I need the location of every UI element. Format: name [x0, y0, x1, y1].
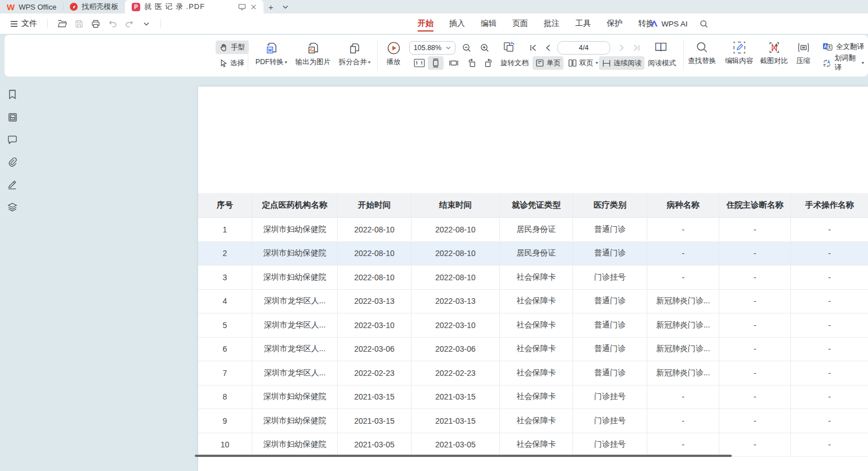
table-cell: 2022-03-10 [338, 313, 411, 337]
open-file-icon[interactable] [55, 17, 69, 30]
table-cell: 深圳市龙华区人... [252, 361, 338, 385]
first-page-button[interactable] [527, 41, 539, 55]
full-text-translate-icon [822, 42, 833, 51]
full-text-translate-button[interactable]: 全文翻译 [818, 40, 868, 53]
compress-button[interactable]: 压缩 [790, 41, 816, 66]
table-cell: 2022-02-23 [411, 361, 500, 385]
table-cell: 序号 [198, 193, 252, 217]
search-icon[interactable] [697, 17, 712, 30]
menu-tab-开始[interactable]: 开始 [412, 15, 439, 33]
tab-wps-office[interactable]: W WPS Office [0, 0, 63, 14]
menu-tab-编辑[interactable]: 编辑 [475, 15, 502, 33]
table-body: 1深圳市妇幼保健院2022-08-102022-08-10居民身份证普通门诊--… [198, 218, 868, 457]
table-cell: - [647, 266, 719, 289]
table-cell: - [647, 385, 719, 409]
export-image-button[interactable]: 输出为图片 [293, 41, 333, 67]
double-page-button[interactable]: 双页 ▾ [565, 56, 601, 70]
annotate-pen-icon[interactable] [7, 179, 18, 190]
save-icon[interactable] [71, 17, 86, 30]
rotate-right-button[interactable] [481, 56, 496, 70]
rotate-left-button[interactable] [464, 56, 480, 70]
table-row: 2深圳市妇幼保健院2022-08-102022-08-10居民身份证普通门诊--… [198, 242, 868, 266]
rotate-doc-label[interactable]: 旋转文档 [498, 56, 531, 70]
document-title: 就 医 记 录 .PDF [144, 2, 231, 12]
continuous-read-button[interactable]: 连续阅读 [599, 56, 645, 70]
play-button[interactable]: 播放 [379, 41, 408, 67]
find-replace-button[interactable]: 查找替换 [684, 41, 719, 66]
monitor-icon[interactable] [238, 3, 246, 11]
pdf-page[interactable]: 序号定点医药机构名称开始时间结束时间就诊凭证类型医疗类别病种名称住院主诊断名称手… [198, 87, 868, 471]
tab-label: WPS Office [19, 3, 56, 11]
tab-list-chevron-icon[interactable] [278, 0, 293, 14]
zoom-out-button[interactable] [460, 41, 473, 55]
layers-icon[interactable] [7, 201, 18, 213]
select-tool-button[interactable]: 选择 [216, 56, 248, 70]
single-page-button[interactable]: 单页 [533, 56, 563, 70]
double-page-label: 双页 [579, 59, 593, 68]
table-cell: 居民身份证 [500, 218, 573, 241]
edit-content-button[interactable]: 编辑内容 [722, 41, 757, 66]
actual-size-button[interactable] [411, 56, 428, 70]
pdf-convert-button[interactable]: PDF转换▾ [253, 41, 290, 67]
split-merge-button[interactable]: 拆分合并▾ [335, 41, 374, 67]
table-cell: 3 [198, 266, 252, 289]
table-header-row: 序号定点医药机构名称开始时间结束时间就诊凭证类型医疗类别病种名称住院主诊断名称手… [198, 193, 868, 218]
page-number-input[interactable]: 4/4 [557, 41, 610, 55]
table-cell: 社会保障卡 [500, 385, 573, 409]
undo-history-chevron-icon[interactable] [139, 17, 154, 30]
table-row: 9深圳市妇幼保健院2021-03-152021-03-15社会保障卡门诊挂号--… [198, 409, 868, 433]
next-page-button[interactable] [616, 41, 628, 55]
table-cell: - [719, 433, 791, 457]
screenshot-compare-button[interactable]: 截图对比 [758, 41, 790, 66]
bookmark-icon[interactable] [7, 89, 18, 100]
table-cell: 2021-03-15 [338, 385, 411, 409]
table-row: 7深圳市龙华区人...2022-02-232022-02-23社会保障卡普通门诊… [198, 361, 868, 385]
tab-docer-templates[interactable]: 找稻壳模板 [63, 0, 125, 14]
fit-page-icon [431, 58, 441, 68]
attachment-icon[interactable] [7, 156, 18, 168]
table-row: 6深圳市龙华区人...2022-03-062022-03-06社会保障卡普通门诊… [198, 338, 868, 362]
word-translate-icon [822, 59, 831, 68]
read-mode-icon[interactable] [653, 41, 669, 54]
menu-tab-工具[interactable]: 工具 [570, 15, 597, 33]
table-cell: 2022-08-10 [411, 266, 500, 289]
table-cell: - [791, 242, 868, 266]
table-cell: 新冠肺炎门诊... [647, 313, 719, 337]
table-cell: - [719, 361, 791, 385]
fit-page-button[interactable] [428, 56, 444, 70]
table-cell: 2022-08-10 [411, 218, 500, 241]
file-menu-button[interactable]: 文件 [7, 16, 41, 31]
wps-ai-button[interactable]: WPS AI [645, 20, 692, 28]
previous-page-button[interactable] [542, 41, 554, 55]
menu-tab-页面[interactable]: 页面 [507, 15, 534, 33]
undo-icon[interactable] [105, 17, 120, 30]
table-cell: 社会保障卡 [500, 338, 573, 361]
hand-tool-button[interactable]: 手型 [216, 41, 249, 54]
rotate-pages-icon[interactable] [501, 41, 517, 54]
last-page-button[interactable] [630, 41, 643, 55]
close-tab-icon[interactable] [250, 4, 257, 10]
ribbon-toolbar: 手型 选择 PDF转换▾ 输出为图片 拆分合并▾ [5, 35, 868, 77]
table-cell: - [719, 290, 791, 313]
redo-icon[interactable] [122, 17, 137, 30]
zoom-level-select[interactable]: 105.88% [409, 41, 455, 55]
table-cell: 普通门诊 [573, 313, 647, 337]
menu-tab-批注[interactable]: 批注 [538, 15, 565, 33]
fit-width-button[interactable] [446, 56, 462, 70]
divider [160, 19, 161, 28]
word-translate-button[interactable]: 划词翻译 ▾ [818, 56, 868, 70]
horizontal-scrollbar-thumb[interactable] [195, 455, 732, 457]
menu-tab-插入[interactable]: 插入 [444, 15, 471, 33]
comment-icon[interactable] [7, 134, 18, 145]
window-tab-strip: W WPS Office 找稻壳模板 P 就 医 记 录 .PDF + [0, 0, 868, 14]
zoom-in-button[interactable] [478, 41, 491, 55]
file-menu-label: 文件 [21, 19, 37, 29]
table-cell: 2021-03-05 [338, 433, 411, 457]
compress-icon [797, 41, 810, 54]
tab-document-active[interactable]: P 就 医 记 录 .PDF [125, 0, 263, 14]
print-icon[interactable] [88, 17, 103, 30]
new-tab-button[interactable]: + [263, 0, 278, 14]
read-mode-button[interactable]: 阅读模式 [645, 56, 679, 70]
menu-tab-保护[interactable]: 保护 [601, 15, 628, 33]
thumbnail-icon[interactable] [7, 111, 18, 123]
